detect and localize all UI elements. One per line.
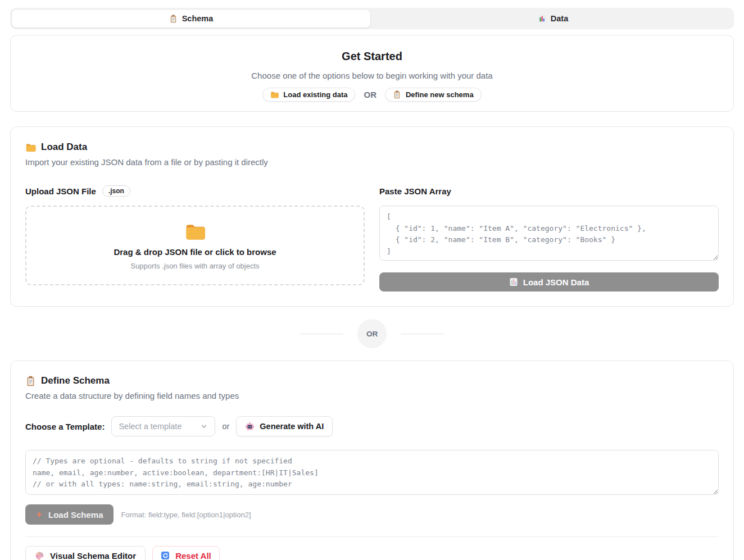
schema-card-divider	[25, 536, 719, 537]
palette-icon	[35, 551, 44, 560]
json-extension-badge: .json	[102, 185, 130, 197]
define-new-schema-button[interactable]: Define new schema	[385, 88, 482, 102]
robot-icon	[245, 422, 255, 431]
load-schema-label: Load Schema	[48, 510, 103, 520]
paste-column: Paste JSON Array Load JSON Data	[379, 184, 719, 292]
template-select-value: Select a template	[119, 422, 182, 431]
folder-icon	[25, 142, 36, 153]
dropzone-subtitle: Supports .json files with array of objec…	[130, 262, 259, 270]
choose-template-label: Choose a Template:	[25, 422, 105, 431]
get-started-actions: Load existing data OR Define new schema	[24, 88, 720, 102]
visual-schema-editor-button[interactable]: Visual Schema Editor	[25, 546, 146, 560]
load-data-subtitle: Import your existing JSON data from a fi…	[25, 157, 719, 167]
load-schema-button[interactable]: Load Schema	[25, 504, 114, 525]
tab-data[interactable]: Data	[372, 8, 734, 29]
load-data-columns: Upload JSON File .json Drag & drop JSON …	[25, 184, 719, 292]
upload-json-file-label: Upload JSON File	[25, 186, 96, 196]
bar-chart-icon	[538, 15, 546, 23]
lightning-icon	[35, 511, 43, 518]
load-json-data-button[interactable]: Load JSON Data	[379, 272, 719, 292]
or-divider: OR	[10, 319, 734, 348]
clipboard-icon	[393, 90, 401, 99]
load-existing-data-button[interactable]: Load existing data	[262, 88, 355, 102]
refresh-icon	[161, 551, 170, 560]
paste-label-row: Paste JSON Array	[379, 184, 719, 198]
get-started-subtitle: Choose one of the options below to begin…	[24, 71, 720, 80]
define-schema-card: Define Schema Create a data structure by…	[10, 361, 734, 560]
folder-icon	[184, 221, 206, 242]
load-json-data-label: Load JSON Data	[523, 277, 589, 287]
tab-schema-label: Schema	[182, 14, 214, 23]
clipboard-icon	[25, 376, 36, 386]
chevron-down-icon	[200, 422, 208, 430]
load-data-title: Load Data	[41, 142, 87, 153]
template-or: or	[222, 422, 229, 431]
upload-label-row: Upload JSON File .json	[25, 184, 365, 198]
or-circle: OR	[357, 319, 387, 348]
visual-schema-editor-label: Visual Schema Editor	[50, 551, 136, 560]
bar-chart-icon	[509, 277, 518, 286]
paste-json-array-label: Paste JSON Array	[379, 186, 451, 196]
divider-line	[401, 334, 444, 334]
paste-json-textarea[interactable]	[379, 206, 719, 261]
page-root: Schema Data Get Started Choose one of th…	[0, 0, 744, 560]
generate-with-ai-button[interactable]: Generate with AI	[236, 416, 333, 436]
schema-bottom-actions: Visual Schema Editor Reset All	[25, 546, 719, 560]
get-started-title: Get Started	[24, 50, 720, 63]
dropzone-title: Drag & drop JSON file or click to browse	[114, 247, 276, 257]
get-started-or: OR	[364, 90, 376, 99]
upload-column: Upload JSON File .json Drag & drop JSON …	[25, 184, 365, 292]
generate-with-ai-label: Generate with AI	[260, 422, 324, 431]
define-schema-subtitle: Create a data structure by defining fiel…	[25, 391, 719, 400]
load-schema-row: Load Schema Format: field:type, field:[o…	[25, 504, 719, 525]
load-existing-data-label: Load existing data	[283, 90, 347, 99]
define-new-schema-label: Define new schema	[406, 90, 474, 99]
template-select[interactable]: Select a template	[111, 416, 215, 436]
file-dropzone[interactable]: Drag & drop JSON file or click to browse…	[25, 206, 365, 285]
get-started-card: Get Started Choose one of the options be…	[10, 35, 734, 112]
clipboard-icon	[169, 15, 178, 23]
define-schema-header: Define Schema	[25, 375, 719, 386]
reset-all-button[interactable]: Reset All	[152, 546, 220, 560]
divider-line	[300, 334, 343, 334]
load-data-card: Load Data Import your existing JSON data…	[10, 126, 734, 307]
load-data-header: Load Data	[25, 142, 719, 153]
reset-all-label: Reset All	[175, 551, 211, 560]
define-schema-title: Define Schema	[41, 375, 110, 386]
folder-icon	[270, 90, 279, 99]
template-row: Choose a Template: Select a template or …	[25, 416, 719, 436]
main-tabbar: Schema Data	[10, 8, 734, 29]
format-hint: Format: field:type, field:[option1|optio…	[121, 511, 251, 519]
tab-schema[interactable]: Schema	[11, 9, 371, 28]
schema-definition-textarea[interactable]	[25, 450, 719, 495]
tab-data-label: Data	[551, 14, 568, 23]
